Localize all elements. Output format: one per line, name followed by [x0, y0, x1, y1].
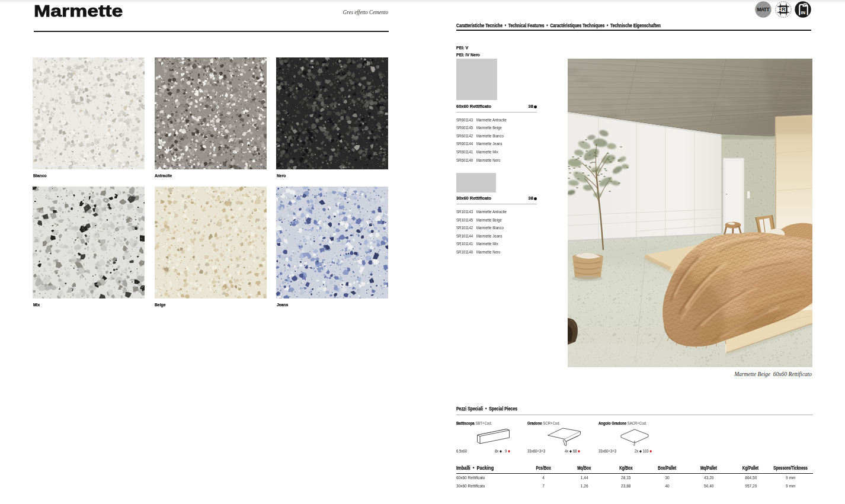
- svg-text:R: R: [781, 7, 785, 12]
- svg-text:IN: IN: [801, 10, 805, 15]
- svg-text:MATT: MATT: [757, 7, 770, 12]
